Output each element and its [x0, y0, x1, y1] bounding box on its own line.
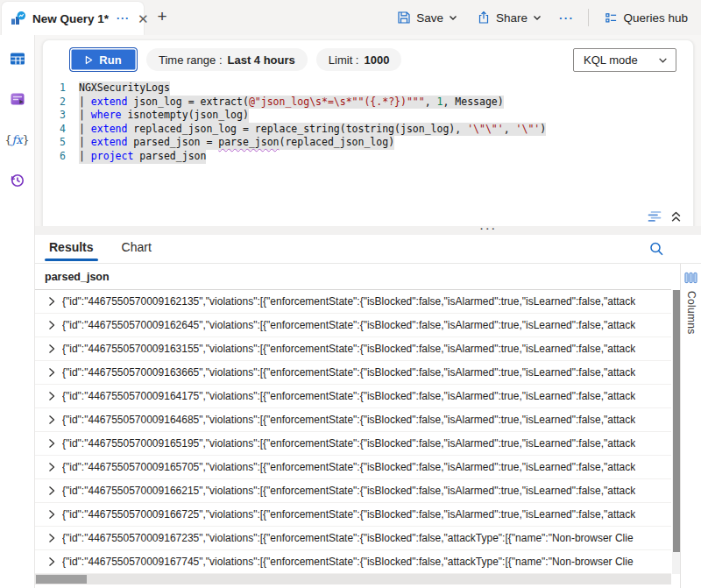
- row-expand-chevron-icon[interactable]: [48, 296, 62, 307]
- line-number: 1: [43, 81, 66, 96]
- row-expand-chevron-icon[interactable]: [48, 438, 62, 449]
- code-line[interactable]: 3| where isnotempty(json_log): [43, 109, 693, 123]
- query-tab-icon: [11, 11, 26, 26]
- row-expand-chevron-icon[interactable]: [48, 533, 62, 543]
- table-row[interactable]: {"id":"4467550570009162645","violations"…: [35, 314, 671, 337]
- panel-splitter[interactable]: ···: [35, 226, 701, 235]
- tab-more-icon[interactable]: ···: [117, 12, 130, 25]
- table-row[interactable]: {"id":"4467550570009164175","violations"…: [35, 385, 671, 408]
- query-editor-card: Run Time range : Last 4 hours Limit : 10…: [42, 39, 694, 226]
- vertical-scrollbar[interactable]: [672, 290, 680, 574]
- table-row[interactable]: {"id":"4467550570009164685","violations"…: [35, 408, 671, 432]
- line-number: 3: [43, 109, 66, 123]
- left-rail: {ƒx}: [0, 35, 35, 588]
- queries-hub-icon: [605, 11, 618, 25]
- row-expand-chevron-icon[interactable]: [48, 485, 62, 496]
- time-range-label: Time range :: [159, 53, 223, 67]
- row-json-text: {"id":"4467550570009167745","violations"…: [62, 556, 634, 568]
- tab-bar: New Query 1* ··· ✕ + Save: [0, 0, 701, 35]
- columns-icon: [684, 272, 697, 284]
- columns-panel-button[interactable]: Columns: [680, 264, 701, 588]
- query-tab[interactable]: New Query 1* ··· ✕: [2, 2, 144, 35]
- column-header-parsed-json[interactable]: parsed_json: [35, 264, 671, 290]
- run-label: Run: [99, 53, 121, 67]
- vertical-scrollbar-thumb[interactable]: [673, 290, 680, 552]
- table-row[interactable]: {"id":"4467550570009163155","violations"…: [35, 337, 671, 361]
- splitter-drag-handle[interactable]: ···: [480, 223, 498, 234]
- row-expand-chevron-icon[interactable]: [48, 320, 62, 330]
- table-row[interactable]: {"id":"4467550570009166215","violations"…: [35, 479, 671, 503]
- editor-toolbar: Run Time range : Last 4 hours Limit : 10…: [43, 40, 693, 79]
- table-row[interactable]: {"id":"4467550570009167745","violations"…: [35, 550, 671, 574]
- row-json-text: {"id":"4467550570009167235","violations"…: [62, 532, 634, 544]
- columns-panel-label: Columns: [685, 291, 697, 334]
- chevron-down-icon: [533, 13, 542, 22]
- limit-value: 1000: [364, 53, 389, 67]
- code-line-text: | project parsed_json: [79, 150, 206, 164]
- chevron-down-icon: [658, 55, 668, 65]
- table-row[interactable]: {"id":"4467550570009167235","violations"…: [35, 527, 671, 550]
- code-line[interactable]: 4| extend replaced_json_log = replace_st…: [43, 123, 693, 137]
- functions-icon[interactable]: {ƒx}: [6, 128, 29, 151]
- share-icon: [477, 11, 491, 25]
- tab-results[interactable]: Results: [47, 237, 96, 261]
- time-range-value: Last 4 hours: [228, 53, 295, 67]
- search-icon[interactable]: [648, 241, 664, 260]
- saved-queries-icon[interactable]: [6, 88, 29, 110]
- table-row[interactable]: {"id":"4467550570009165195","violations"…: [35, 432, 671, 456]
- limit-label: Limit :: [329, 53, 359, 67]
- table-row[interactable]: {"id":"4467550570009165705","violations"…: [35, 456, 671, 479]
- row-json-text: {"id":"4467550570009166725","violations"…: [62, 508, 635, 521]
- row-json-text: {"id":"4467550570009165705","violations"…: [62, 461, 635, 473]
- share-label: Share: [496, 11, 528, 25]
- results-rows: {"id":"4467550570009162135","violations"…: [35, 290, 671, 574]
- table-row[interactable]: {"id":"4467550570009163665","violations"…: [35, 361, 671, 385]
- row-expand-chevron-icon[interactable]: [48, 344, 62, 354]
- row-expand-chevron-icon[interactable]: [48, 391, 62, 401]
- row-json-text: {"id":"4467550570009163155","violations"…: [62, 343, 635, 355]
- code-line[interactable]: 5| extend parsed_json = parse_json(repla…: [43, 136, 693, 150]
- results-list-icon[interactable]: [648, 210, 663, 223]
- time-range-picker[interactable]: Time range : Last 4 hours: [146, 48, 308, 71]
- editor-corner-tools: [648, 210, 682, 223]
- code-line[interactable]: 6| project parsed_json: [43, 150, 693, 164]
- save-button[interactable]: Save: [389, 6, 465, 29]
- more-actions-button[interactable]: ···: [553, 7, 581, 29]
- horizontal-scrollbar[interactable]: [35, 574, 671, 584]
- table-row[interactable]: {"id":"4467550570009166725","violations"…: [35, 503, 671, 527]
- run-play-icon: [85, 55, 93, 65]
- code-line-text: | extend replaced_json_log = replace_str…: [79, 123, 546, 137]
- history-icon[interactable]: [6, 168, 29, 191]
- query-mode-select[interactable]: KQL mode: [573, 48, 676, 72]
- new-tab-button[interactable]: +: [151, 5, 173, 28]
- adx-query-page: New Query 1* ··· ✕ + Save: [0, 0, 701, 588]
- save-icon: [397, 11, 411, 25]
- tables-icon[interactable]: [6, 47, 29, 70]
- row-expand-chevron-icon[interactable]: [48, 462, 62, 472]
- code-line[interactable]: 2| extend json_log = extract(@"json_log\…: [43, 96, 693, 110]
- row-json-text: {"id":"4467550570009164685","violations"…: [62, 414, 635, 426]
- queries-hub-label: Queries hub: [623, 11, 688, 25]
- actions-divider: [588, 9, 589, 26]
- row-expand-chevron-icon[interactable]: [48, 509, 62, 520]
- query-tab-title: New Query 1*: [32, 12, 109, 25]
- row-expand-chevron-icon[interactable]: [48, 556, 62, 567]
- horizontal-scrollbar-thumb[interactable]: [36, 575, 87, 584]
- code-line[interactable]: 1NGXSecurityLogs: [43, 81, 693, 96]
- code-line-text: | extend parsed_json = parse_json(replac…: [79, 136, 394, 150]
- row-json-text: {"id":"4467550570009164175","violations"…: [62, 390, 635, 402]
- collapse-up-icon[interactable]: [670, 211, 682, 223]
- tab-close-icon[interactable]: ✕: [136, 12, 151, 25]
- run-button[interactable]: Run: [69, 47, 138, 72]
- queries-hub-button[interactable]: Queries hub: [597, 7, 696, 29]
- table-row[interactable]: {"id":"4467550570009162135","violations"…: [35, 290, 671, 314]
- row-json-text: {"id":"4467550570009166215","violations"…: [62, 485, 635, 497]
- code-area[interactable]: 1NGXSecurityLogs2| extend json_log = ext…: [43, 81, 693, 164]
- limit-picker[interactable]: Limit : 1000: [316, 48, 402, 71]
- save-label: Save: [416, 11, 443, 25]
- row-expand-chevron-icon[interactable]: [48, 367, 62, 378]
- line-number: 6: [43, 150, 66, 164]
- tab-chart[interactable]: Chart: [120, 237, 153, 261]
- share-button[interactable]: Share: [469, 6, 549, 29]
- row-expand-chevron-icon[interactable]: [48, 414, 62, 425]
